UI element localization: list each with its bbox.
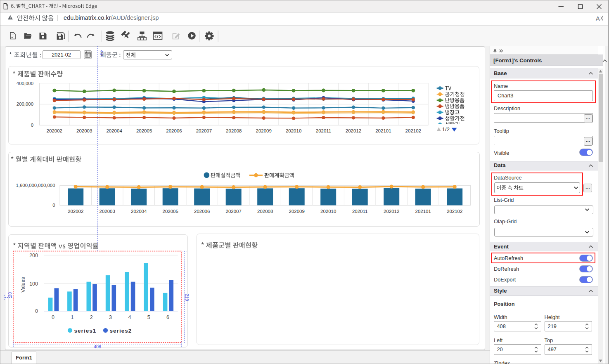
svg-text:202007: 202007 [226, 209, 242, 214]
svg-text:0: 0 [52, 203, 55, 208]
svg-text:series1: series1 [74, 328, 97, 334]
svg-text:1/2: 1/2 [442, 126, 450, 132]
svg-text:4: 4 [128, 314, 131, 320]
svg-text:5: 5 [147, 314, 150, 320]
svg-text:202012: 202012 [346, 128, 361, 133]
svg-text:series2: series2 [110, 328, 132, 334]
svg-text:497: 497 [99, 50, 104, 57]
svg-text:202002: 202002 [47, 128, 62, 133]
svg-text:202008: 202008 [257, 209, 273, 214]
svg-text:202010: 202010 [286, 128, 301, 133]
svg-text:400,000: 400,000 [17, 81, 33, 86]
svg-text:202006: 202006 [166, 128, 182, 133]
svg-text:20: 20 [7, 292, 12, 297]
svg-text:202011: 202011 [352, 209, 368, 214]
svg-text:1,600,000,000,000: 1,600,000,000,000 [16, 183, 55, 188]
svg-text:202003: 202003 [76, 128, 92, 133]
svg-text:202005: 202005 [163, 209, 178, 214]
svg-text:202010: 202010 [320, 209, 336, 214]
svg-text:202102: 202102 [447, 209, 462, 214]
svg-text:A: A [596, 15, 600, 22]
svg-text:202009: 202009 [256, 128, 272, 133]
svg-text:0: 0 [52, 314, 55, 320]
svg-text:202009: 202009 [289, 209, 305, 214]
svg-text:3: 3 [109, 314, 112, 320]
svg-text:2: 2 [90, 314, 93, 320]
svg-text:202011: 202011 [316, 128, 332, 133]
svg-text:408: 408 [94, 344, 101, 349]
svg-text:6: 6 [166, 314, 169, 320]
svg-text:202004: 202004 [106, 128, 122, 133]
svg-text:202101: 202101 [375, 128, 391, 133]
svg-text:0: 0 [35, 308, 38, 314]
svg-text:0: 0 [31, 123, 33, 128]
svg-text:202002: 202002 [68, 209, 83, 214]
svg-text:202008: 202008 [226, 128, 242, 133]
svg-text:100: 100 [29, 281, 38, 287]
svg-text:219: 219 [185, 294, 190, 301]
svg-text:200,000: 200,000 [17, 102, 33, 106]
svg-text:Values: Values [20, 277, 26, 292]
svg-text:1: 1 [71, 314, 73, 320]
svg-text:202005: 202005 [136, 128, 152, 133]
svg-text:202012: 202012 [384, 209, 399, 214]
svg-text:200: 200 [29, 253, 38, 258]
svg-text:202102: 202102 [405, 128, 421, 133]
svg-text:202101: 202101 [415, 209, 431, 214]
svg-text:202006: 202006 [194, 209, 210, 214]
svg-text:202004: 202004 [131, 209, 147, 214]
svg-text:202003: 202003 [100, 209, 115, 214]
svg-text:202007: 202007 [196, 128, 212, 133]
